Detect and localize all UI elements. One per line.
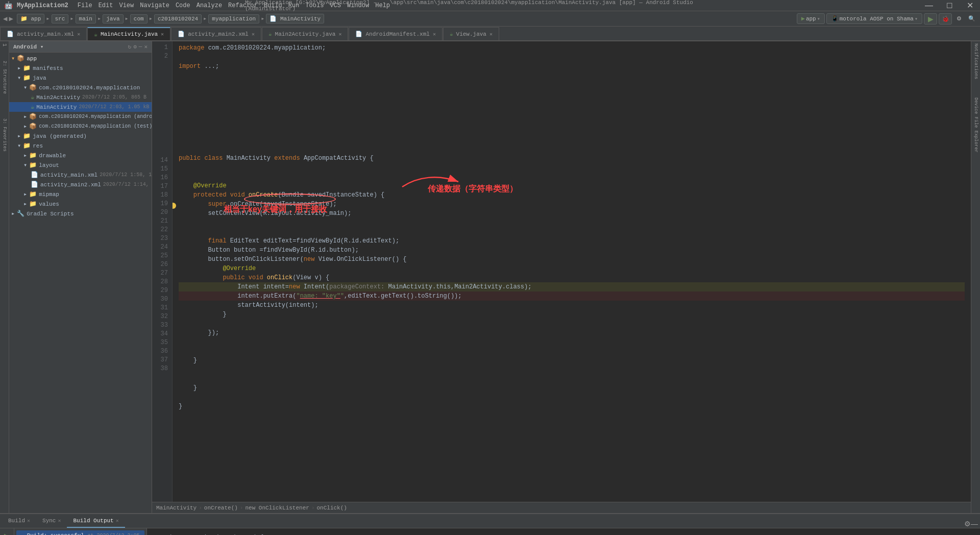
run-config-label[interactable]: app xyxy=(806,16,816,22)
run-button[interactable]: ▶ xyxy=(924,13,937,25)
tree-test[interactable]: ▸ 📦 com.c20180102024.myapplication (test… xyxy=(9,121,152,131)
breadcrumb-app[interactable]: 📁 app xyxy=(17,14,44,23)
back-icon[interactable]: ◀ xyxy=(3,14,7,23)
right-tab-device-explorer[interactable]: Device File Explorer xyxy=(973,98,978,153)
annotation-circle xyxy=(244,193,336,205)
code-line-blank5 xyxy=(179,108,965,117)
bottom-tab-build-close[interactable]: ✕ xyxy=(27,518,30,524)
code-line-25: button.setOnClickListener(new View.OnCli… xyxy=(179,255,965,264)
window-title: My Application [G:\02\MyApplication2] - … xyxy=(245,0,735,12)
favorites-tab-icon[interactable]: 3: Favorites xyxy=(2,118,7,152)
build-tree-item[interactable]: ✓ Build: successful at 2020/7/12 2:05 5 … xyxy=(16,530,144,535)
project-panel-title: Android ▾ xyxy=(13,43,43,50)
project-settings-icon[interactable]: ⚙ xyxy=(133,43,137,50)
tree-app[interactable]: ▾ 📦 app xyxy=(9,54,152,63)
breadcrumb-src[interactable]: src xyxy=(52,14,69,23)
bottom-panel-settings[interactable]: ⚙ xyxy=(964,520,971,528)
code-line-27: public void onClick(View v) { xyxy=(179,273,965,282)
menu-view[interactable]: View xyxy=(116,1,137,10)
code-line-17: @Override xyxy=(179,181,965,190)
menu-navigate[interactable]: Navigate xyxy=(137,1,173,10)
bottom-panel-close[interactable]: — xyxy=(971,520,978,528)
code-line-21 xyxy=(179,218,965,227)
structure-tab-icon[interactable]: 2: Structure xyxy=(2,61,7,94)
code-line-35 xyxy=(179,347,965,356)
device-label[interactable]: motorola AOSP on Shama xyxy=(840,16,914,22)
menu-file[interactable]: File xyxy=(75,1,95,10)
debug-button[interactable]: 🐞 xyxy=(939,13,952,25)
project-close-icon[interactable]: ✕ xyxy=(144,43,148,50)
bottom-tab-build[interactable]: Build ✕ xyxy=(2,515,36,528)
tree-layout[interactable]: ▾ 📁 layout xyxy=(9,160,152,170)
bottom-tab-sync-close[interactable]: ✕ xyxy=(58,518,61,524)
right-tab-notifications[interactable]: Notifications xyxy=(973,43,978,79)
code-line-blank9 xyxy=(179,144,965,154)
device-dropdown-icon[interactable]: ▾ xyxy=(915,16,918,22)
breadcrumb-myapp[interactable]: myapplication xyxy=(208,14,259,23)
tab-main-activity[interactable]: ☕ MainActivity.java ✕ xyxy=(87,27,170,40)
bottom-tab-sync[interactable]: Sync ✕ xyxy=(36,515,67,528)
code-line-26: @Override xyxy=(179,264,965,273)
tree-mainactivity[interactable]: ☕ MainActivity 2020/7/12 2:03, 1.05 kB xyxy=(9,102,152,112)
tree-mipmap[interactable]: ▸ 📁 mipmap xyxy=(9,189,152,199)
breadcrumb-java[interactable]: java xyxy=(103,14,123,23)
toolbar-btn-1[interactable]: ⚙ xyxy=(953,14,965,23)
code-line-34 xyxy=(179,337,965,347)
tree-package[interactable]: ▾ 📦 com.c20180102024.myapplication xyxy=(9,83,152,92)
tree-main2activity[interactable]: ☕ Main2Activity 2020/7/12 2:05, 865 B xyxy=(9,92,152,102)
tab-android-manifest[interactable]: 📄 AndroidManifest.xml ✕ xyxy=(349,27,442,40)
tree-java-generated[interactable]: ▸ 📁 java (generated) xyxy=(9,131,152,141)
tree-drawable[interactable]: ▸ 📁 drawable xyxy=(9,151,152,160)
tree-res[interactable]: ▾ 📁 res xyxy=(9,141,152,151)
tab-main2-activity[interactable]: ☕ Main2Activity.java ✕ xyxy=(262,27,348,40)
close-button[interactable]: ✕ xyxy=(960,0,980,11)
code-line-import: import ...; xyxy=(179,62,965,71)
menu-analyze[interactable]: Analyze xyxy=(193,1,225,10)
run-config-icon: ▶ xyxy=(801,15,805,22)
code-line-29: intent.putExtra("name: "key"",editText.g… xyxy=(179,291,965,301)
breadcrumb-package[interactable]: c20180102024 xyxy=(154,14,202,23)
code-line-39: } xyxy=(179,383,965,393)
code-line-15 xyxy=(179,163,965,172)
tab-activity-main2-xml[interactable]: 📄 activity_main2.xml ✕ xyxy=(171,27,261,40)
code-line-40 xyxy=(179,393,965,402)
code-line-blank3 xyxy=(179,89,965,99)
project-sync-icon[interactable]: ↻ xyxy=(128,43,132,50)
tab-activity-main-xml[interactable]: 📄 activity_main.xml ✕ xyxy=(0,27,87,40)
code-line-16 xyxy=(179,172,965,181)
minimize-button[interactable]: — xyxy=(919,0,939,11)
breadcrumb-mainactivity[interactable]: 📄 MainActivity xyxy=(266,14,324,23)
toolbar-btn-2[interactable]: 🔍 xyxy=(966,14,977,23)
tree-java[interactable]: ▾ 📁 java xyxy=(9,73,152,83)
breadcrumb-com[interactable]: com xyxy=(130,14,148,23)
bottom-tab-output-close[interactable]: ✕ xyxy=(116,518,119,524)
code-breadcrumb: MainActivity › onCreate() › new OnClickL… xyxy=(152,502,971,513)
tree-values[interactable]: ▸ 📁 values xyxy=(9,199,152,209)
code-line-14: public class MainActivity extends AppCom… xyxy=(179,154,965,163)
tree-manifests[interactable]: ▸ 📁 manifests xyxy=(9,63,152,73)
run-config-dropdown-icon[interactable]: ▾ xyxy=(817,16,820,22)
tab-view-java[interactable]: ☕ View.java ✕ xyxy=(443,27,499,40)
build-rerun-button[interactable]: ▶ xyxy=(4,531,10,535)
tree-activity-main2-xml[interactable]: 📄 activity_main2.xml 2020/7/12 1:14, 1.2… xyxy=(9,180,152,189)
maximize-button[interactable]: ☐ xyxy=(939,0,960,11)
project-tab-icon[interactable]: 1 xyxy=(2,43,7,46)
tree-gradle[interactable]: ▸ 🔧 Gradle Scripts xyxy=(9,209,152,218)
tree-androidtest[interactable]: ▸ 📦 com.c20180102024.myapplication (andr… xyxy=(9,112,152,121)
menu-code[interactable]: Code xyxy=(173,1,193,10)
menu-edit[interactable]: Edit xyxy=(95,1,116,10)
code-line-blank4 xyxy=(179,99,965,108)
code-line-33: }); xyxy=(179,328,965,337)
tree-activity-main-xml[interactable]: 📄 activity_main.xml 2020/7/12 1:58, 1.69… xyxy=(9,170,152,180)
forward-icon[interactable]: ▶ xyxy=(9,14,13,23)
annotation-key-label: 相当于key关键词，用于接收 xyxy=(224,205,327,214)
build-timestamp: at 2020/7/12 2:05 xyxy=(87,533,139,535)
breadcrumb-main[interactable]: main xyxy=(76,14,96,23)
code-line-30: startActivity(intent); xyxy=(179,301,965,310)
code-line-1: package com.c201801020224.myapplication; xyxy=(179,43,965,53)
code-line-22 xyxy=(179,227,965,236)
project-collapse-icon[interactable]: — xyxy=(139,43,142,50)
code-line-28: Intent intent=new Intent(packageContext:… xyxy=(179,282,965,291)
bottom-tab-build-output[interactable]: Build Output ✕ xyxy=(67,515,125,528)
device-icon: 📱 xyxy=(831,15,839,22)
